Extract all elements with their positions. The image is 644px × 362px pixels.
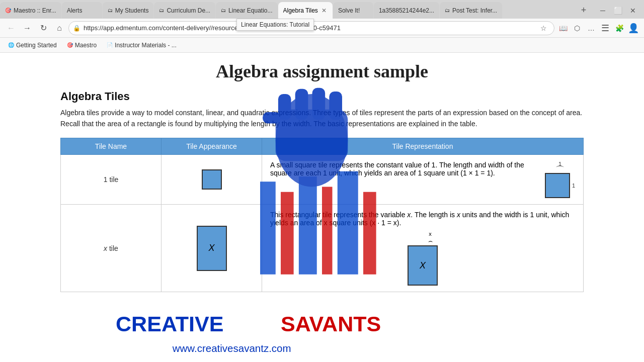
tab-linear-equations[interactable]: 🗂 Linear Equatio... [216, 2, 277, 19]
tile-representation-1: A small square tile represents the const… [262, 154, 584, 205]
x-tile-diagram: x ⌢ X [270, 231, 575, 286]
window-controls: ─ ⬜ ✕ [592, 2, 644, 19]
tab-bar: 🎯 Maestro :: Enr... Alerts 🗂 My Students… [0, 0, 644, 19]
tile-x-visual: X [168, 226, 256, 271]
tab-curriculum[interactable]: 🗂 Curriculum De... [154, 2, 215, 19]
tab-label-solve: Solve It! [338, 7, 360, 14]
tab-label-linear: Linear Equatio... [228, 7, 272, 14]
tab-algebra-tiles[interactable]: Algebra Tiles ✕ [278, 2, 333, 19]
table-row-x-tile: x tile X This rectangular tile represent… [61, 205, 584, 292]
tab-post-test[interactable]: 🗂 Post Test: Infer... [440, 2, 502, 19]
tab-label-algebra: Algebra Tiles [283, 7, 318, 14]
tile-1-visual [168, 169, 256, 190]
new-tab-button[interactable]: + [576, 2, 591, 19]
tile-appearance-x: X [162, 205, 262, 292]
x-rect-label: X [420, 260, 426, 271]
tab-spacer [503, 2, 576, 19]
section-title: Algebra Tiles [60, 90, 584, 103]
security-icon: 🔒 [73, 25, 80, 32]
tab-alerts[interactable]: Alerts [62, 2, 102, 19]
minimize-button[interactable]: ─ [596, 4, 610, 18]
tab-favicon-curriculum: 🗂 [159, 8, 164, 13]
tab-label-curriculum: Curriculum De... [167, 7, 210, 14]
bookmark-favicon-getting-started: 🌐 [8, 42, 14, 48]
reload-button[interactable]: ↻ [36, 21, 50, 35]
x-rect-diagram: X [408, 245, 438, 286]
brace-top-x: ⌢ [285, 237, 575, 245]
bookmark-getting-started[interactable]: 🌐 Getting Started [4, 41, 61, 50]
rep-text-x-length: x [457, 211, 460, 219]
intro-text: Algebra tiles provide a way to model con… [60, 107, 584, 130]
content-area: Algebra assignment sample Algebra Tiles … [0, 53, 644, 362]
reading-view-icon[interactable]: 📖 [556, 22, 570, 35]
tab-solve-it[interactable]: Solve It! [333, 2, 373, 19]
tab-label-my-students: My Students [115, 7, 149, 14]
tiles-table: Tile Name Tile Appearance Tile Represent… [60, 138, 584, 293]
restore-button[interactable]: ⬜ [611, 4, 625, 18]
tile-name-x-text: x [104, 244, 107, 252]
bookmark-favicon-maestro: 🎯 [67, 42, 73, 48]
rep-square-container: 1 [545, 173, 575, 198]
rep-text-x-rest: . The length is [411, 211, 457, 219]
tab-label-maestro: Maestro :: Enr... [14, 7, 56, 14]
navigation-bar: ← → ↻ ⌂ 🔒 ☆ 📖 ⬡ … ☰ 🧩 👤 [0, 19, 644, 38]
tab-label-post-test: Post Test: Infer... [452, 7, 497, 14]
tab-tooltip: Linear Equations: Tutorial [236, 19, 314, 31]
tile-representation-x: This rectangular tile represents the var… [262, 205, 584, 292]
bookmark-maestro[interactable]: 🎯 Maestro [63, 41, 101, 50]
bookmark-label-instructor: Instructor Materials - ... [115, 42, 177, 49]
tile-name-x-suffix: tile [109, 244, 118, 252]
dim-label-side-1: 1 [572, 183, 575, 189]
bookmark-star-icon[interactable]: ☆ [537, 22, 550, 35]
bookmarks-bar: 🌐 Getting Started 🎯 Maestro 📄 Instructor… [0, 38, 644, 53]
bookmark-instructor[interactable]: 📄 Instructor Materials - ... [103, 41, 181, 50]
firefox-menu-icon[interactable]: ☰ [599, 22, 612, 35]
rep-text-1: A small square tile represents the const… [270, 161, 537, 177]
rep-text-x: This rectangular tile represents the var… [270, 211, 407, 219]
back-button[interactable]: ← [4, 21, 18, 35]
col-header-tile-name: Tile Name [61, 138, 162, 154]
more-tools-icon[interactable]: … [585, 22, 598, 35]
tab-favicon-post-test: 🗂 [445, 8, 450, 13]
tab-favicon-linear: 🗂 [221, 8, 226, 13]
diagram-1: 1 ⌒ 1 [545, 161, 575, 199]
rep-text-1-content: A small square tile represents the const… [270, 161, 524, 177]
dim-label-top-x: x [285, 231, 575, 237]
close-icon[interactable]: ✕ [320, 7, 328, 14]
watermark-creative: CREATIVE [116, 312, 223, 336]
x-label: X [208, 243, 214, 253]
tile-appearance-1 [162, 154, 262, 205]
right-nav: 📖 ⬡ … ☰ 🧩 👤 [556, 22, 640, 35]
home-button[interactable]: ⌂ [52, 21, 66, 35]
rect-tile: X [197, 226, 227, 271]
x-rect-container: X [408, 245, 438, 286]
col-header-tile-appearance: Tile Appearance [162, 138, 262, 154]
tab-my-students[interactable]: 🗂 My Students [103, 2, 154, 19]
bookmark-label-maestro: Maestro [75, 42, 97, 49]
tab-label-1a35885: 1a35885214244e2... [379, 7, 434, 14]
tile-name-x: x tile [61, 205, 162, 292]
bookmark-label-getting-started: Getting Started [16, 42, 57, 49]
tab-label-alerts: Alerts [67, 7, 83, 14]
page-content: Algebra assignment sample Algebra Tiles … [60, 53, 584, 362]
close-window-button[interactable]: ✕ [626, 4, 640, 18]
watermark-savants: SAVANTS [281, 312, 381, 336]
col-header-tile-representation: Tile Representation [262, 138, 584, 154]
tab-maestro[interactable]: 🎯 Maestro :: Enr... [0, 2, 61, 19]
brace-top-1: ⌒ [545, 167, 575, 173]
tile-name-1: 1 tile [61, 154, 162, 205]
pocket-icon[interactable]: ⬡ [571, 22, 584, 35]
table-row-1-tile: 1 tile A small square tile represents th… [61, 154, 584, 205]
page-banner: Algebra assignment sample [60, 61, 584, 82]
bookmark-favicon-instructor: 📄 [107, 42, 113, 48]
tab-favicon-my-students: 🗂 [108, 8, 113, 13]
small-square-tile [202, 169, 222, 190]
forward-button[interactable]: → [20, 21, 34, 35]
rep-square [545, 173, 570, 198]
user-account-icon[interactable]: 👤 [627, 22, 640, 35]
tab-favicon-maestro: 🎯 [5, 8, 11, 13]
tab-1a35885[interactable]: 1a35885214244e2... [374, 2, 439, 19]
extensions-icon[interactable]: 🧩 [613, 22, 626, 35]
watermark-url: www.creativesavantz.com [172, 342, 291, 354]
